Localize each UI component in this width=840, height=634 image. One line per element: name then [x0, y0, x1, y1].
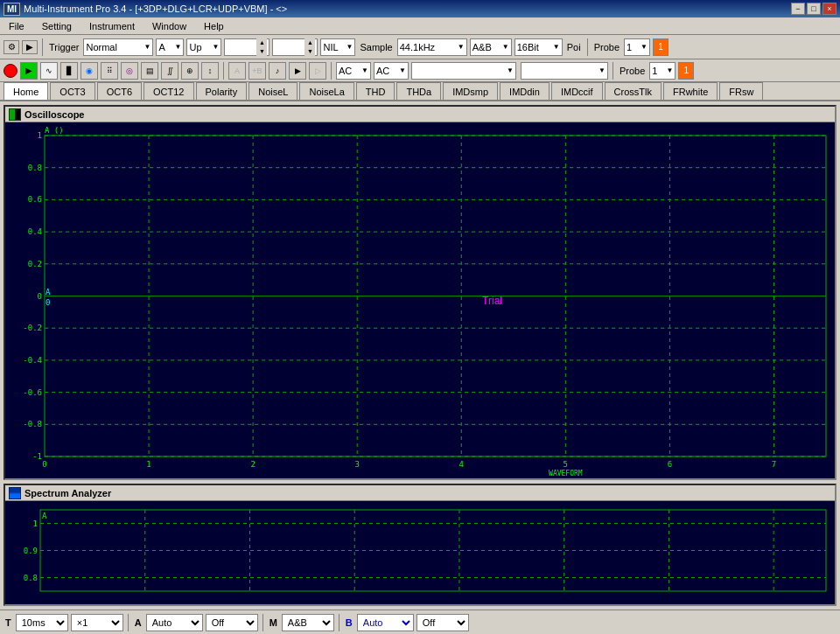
- zoom-icon-btn[interactable]: ⊕: [181, 62, 199, 80]
- probe-label: Probe: [592, 42, 621, 52]
- m-val-dropdown[interactable]: A&B: [282, 614, 334, 631]
- main-content: Oscilloscope Spectrum Analyzer: [0, 101, 840, 610]
- nil-dropdown[interactable]: NIL ▼: [320, 38, 355, 56]
- direction-dropdown[interactable]: Up ▼: [186, 38, 221, 56]
- menu-instrument[interactable]: Instrument: [84, 19, 140, 33]
- channel-arrow: ▼: [175, 43, 182, 51]
- tab-thda[interactable]: THDa: [396, 82, 441, 100]
- menu-help[interactable]: Help: [199, 19, 229, 33]
- channel-dropdown[interactable]: A ▼: [156, 38, 184, 56]
- empty-dropdown[interactable]: ▼: [411, 62, 516, 80]
- tab-noisel[interactable]: NoiseL: [248, 82, 298, 100]
- volume-btn[interactable]: ♪: [269, 62, 286, 80]
- play2-btn[interactable]: ▶: [289, 62, 306, 80]
- disabled-btn2: +B: [248, 62, 266, 80]
- tab-oct6[interactable]: OCT6: [97, 82, 142, 100]
- spectrum-title: Spectrum Analyzer: [24, 488, 111, 498]
- empty-arrow: ▼: [507, 66, 514, 74]
- t-label: T: [4, 617, 13, 628]
- waveform-icon-btn[interactable]: ∿: [40, 62, 58, 80]
- spectrum-icon-btn[interactable]: ◉: [80, 62, 98, 80]
- pct1-spinner-btns: ▲ ▼: [256, 38, 267, 56]
- sep5: [612, 62, 613, 80]
- spectrum-panel: Spectrum Analyzer: [4, 484, 836, 606]
- dots-icon-btn[interactable]: ⠿: [101, 62, 118, 80]
- sep2: [587, 38, 588, 56]
- oscilloscope-titlebar: Oscilloscope: [5, 107, 835, 122]
- bit-depth-dropdown[interactable]: 16Bit ▼: [514, 38, 563, 56]
- maximize-button[interactable]: □: [807, 3, 821, 15]
- tab-home[interactable]: Home: [4, 82, 48, 100]
- probe-val-arrow: ▼: [640, 43, 648, 51]
- tab-thd[interactable]: THD: [356, 82, 396, 100]
- disabled-btn1: A: [228, 62, 246, 80]
- tab-oct3[interactable]: OCT3: [50, 82, 94, 100]
- play3-btn[interactable]: ▷: [309, 62, 326, 80]
- minimize-button[interactable]: −: [791, 3, 805, 15]
- bit-depth-arrow: ▼: [553, 43, 560, 51]
- trigger-mode-dropdown[interactable]: Normal ▼: [83, 38, 153, 56]
- coupling2-dropdown[interactable]: AC ▼: [374, 62, 409, 80]
- t-mult-dropdown[interactable]: ×1: [71, 614, 123, 631]
- channel-ab-dropdown[interactable]: A&B ▼: [470, 38, 512, 56]
- tab-frwhite[interactable]: FRwhite: [663, 82, 718, 100]
- tab-noisela[interactable]: NoiseLa: [299, 82, 354, 100]
- toolbar-icon2[interactable]: ▶: [22, 40, 38, 54]
- cursor-icon-btn[interactable]: ↕: [201, 62, 219, 80]
- probe2-val-dropdown[interactable]: 1 ▼: [649, 62, 676, 80]
- fft-icon-btn[interactable]: ∬: [161, 62, 178, 80]
- probe-val-dropdown[interactable]: 1 ▼: [624, 38, 650, 56]
- bar-icon-btn[interactable]: ▊: [60, 62, 78, 80]
- sample-label: Sample: [358, 42, 394, 52]
- sample-rate-dropdown[interactable]: 44.1kHz ▼: [397, 38, 467, 56]
- tab-imddin[interactable]: IMDdin: [500, 82, 550, 100]
- toolbar2: ▶ ∿ ▊ ◉ ⠿ ◎ ▤ ∬ ⊕ ↕ A +B ♪ ▶ ▷ AC ▼ AC ▼…: [0, 59, 840, 82]
- statusbar: T 10ms ×1 A Auto Off M A&B B Auto Off: [0, 610, 840, 634]
- spectrum-titlebar: Spectrum Analyzer: [5, 485, 835, 501]
- record-button[interactable]: [4, 64, 18, 78]
- b-val-dropdown[interactable]: Auto: [357, 614, 414, 631]
- phase-icon-btn[interactable]: ◎: [121, 62, 138, 80]
- sep-status3: [339, 614, 340, 631]
- oscilloscope-canvas: [5, 122, 835, 478]
- t-val-dropdown[interactable]: 10ms: [16, 614, 68, 631]
- pct2-up[interactable]: ▲: [304, 38, 315, 47]
- toolbar-icon1[interactable]: ⚙: [4, 40, 19, 54]
- close-button[interactable]: ×: [822, 3, 836, 15]
- coupling1-dropdown[interactable]: AC ▼: [336, 62, 371, 80]
- a-off-dropdown[interactable]: Off: [206, 614, 258, 631]
- b-off-dropdown[interactable]: Off: [416, 614, 469, 631]
- app-title: Multi-Instrument Pro 3.4 - [+3DP+DLG+LCR…: [24, 3, 287, 14]
- spectrum-canvas: [5, 501, 835, 604]
- probe-num-btn[interactable]: 1: [653, 38, 668, 56]
- pct1-up[interactable]: ▲: [256, 38, 267, 47]
- hist-icon-btn[interactable]: ▤: [141, 62, 158, 80]
- tab-polarity[interactable]: Polarity: [196, 82, 248, 100]
- pct1-spinner[interactable]: 0% ▲ ▼: [224, 38, 270, 56]
- pct2-spinner[interactable]: 0% ▲ ▼: [272, 38, 318, 56]
- pct1-input[interactable]: 0%: [225, 42, 256, 52]
- probe2-num-btn[interactable]: 1: [678, 62, 694, 80]
- pct1-down[interactable]: ▼: [256, 47, 267, 56]
- titlebar-left: MI Multi-Instrument Pro 3.4 - [+3DP+DLG+…: [4, 3, 287, 16]
- titlebar-controls: − □ ×: [791, 3, 836, 15]
- oscilloscope-plot[interactable]: [5, 122, 835, 478]
- menu-file[interactable]: File: [4, 19, 30, 33]
- tab-frsw[interactable]: FRsw: [719, 82, 763, 100]
- spectrum-plot[interactable]: [5, 501, 835, 604]
- a-val-dropdown[interactable]: Auto: [146, 614, 203, 631]
- pct2-down[interactable]: ▼: [304, 47, 315, 56]
- menu-window[interactable]: Window: [147, 19, 192, 33]
- empty-dropdown2[interactable]: ▼: [521, 62, 608, 80]
- menu-setting[interactable]: Setting: [37, 19, 77, 33]
- tab-crosstlk[interactable]: CrossTlk: [605, 82, 662, 100]
- tab-imdccif[interactable]: IMDccif: [551, 82, 603, 100]
- poi-label: Poi: [565, 42, 583, 52]
- tab-imdsmp[interactable]: IMDsmp: [443, 82, 498, 100]
- m-label: M: [268, 617, 279, 628]
- toolbar: ⚙ ▶ Trigger Normal ▼ A ▼ Up ▼ 0% ▲ ▼ 0% …: [0, 35, 840, 59]
- titlebar: MI Multi-Instrument Pro 3.4 - [+3DP+DLG+…: [0, 0, 840, 17]
- play-green-button[interactable]: ▶: [20, 62, 38, 80]
- pct2-input[interactable]: 0%: [273, 42, 304, 52]
- tab-oct12[interactable]: OCT12: [144, 82, 193, 100]
